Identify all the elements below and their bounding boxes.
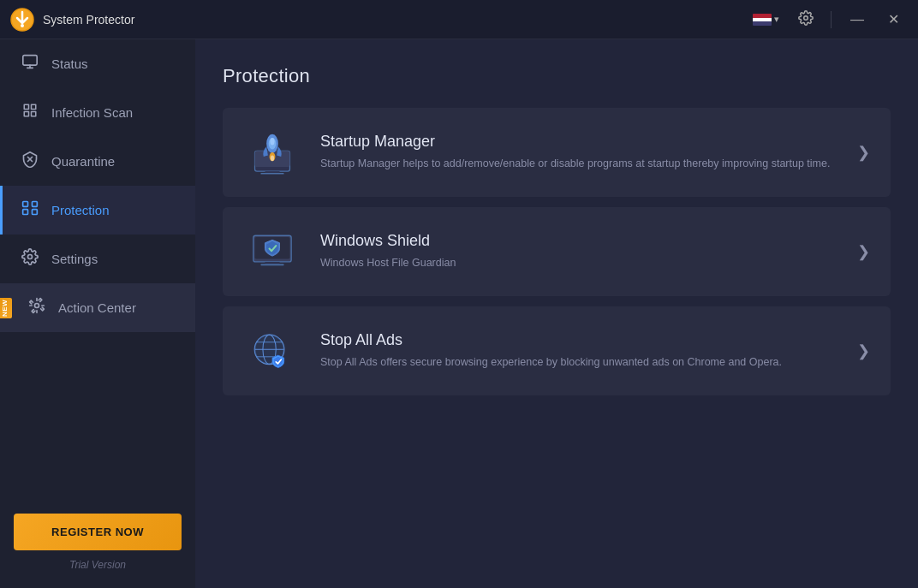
sidebar-label-settings: Settings — [51, 252, 98, 266]
stop-all-ads-icon-wrap — [243, 325, 301, 377]
svg-point-1 — [21, 24, 24, 27]
stop-all-ads-text: Stop All Ads Stop All Ads offers secure … — [320, 331, 838, 371]
windows-shield-text: Windows Shield Windows Host File Guardia… — [320, 232, 838, 271]
svg-rect-7 — [32, 104, 36, 109]
sidebar-item-infection-scan[interactable]: Infection Scan — [0, 88, 195, 137]
svg-rect-34 — [260, 264, 283, 266]
svg-rect-15 — [33, 210, 38, 215]
main-content: Protection — [195, 39, 918, 588]
trial-version-label: Trial Version — [69, 559, 126, 571]
windows-shield-title: Windows Shield — [320, 232, 838, 250]
minimize-button[interactable]: — — [842, 9, 873, 30]
sidebar-item-status[interactable]: Status — [0, 39, 195, 88]
svg-rect-14 — [23, 210, 28, 215]
svg-point-30 — [271, 155, 274, 161]
sidebar-label-action-center: Action Center — [58, 300, 136, 315]
app-logo — [10, 8, 34, 32]
monitor-icon — [21, 54, 39, 74]
sidebar-item-quarantine[interactable]: Quarantine — [0, 137, 195, 186]
quarantine-icon — [21, 151, 39, 172]
titlebar: System Protector ▾ — ✕ — [0, 0, 918, 39]
svg-point-17 — [35, 304, 39, 308]
startup-manager-arrow: ❯ — [857, 143, 870, 162]
svg-rect-9 — [32, 112, 36, 116]
sidebar-bottom: REGISTER NOW Trial Version — [0, 496, 195, 588]
svg-point-28 — [270, 138, 274, 146]
sidebar-item-action-center[interactable]: NEW Action Center — [0, 283, 195, 332]
sidebar-item-protection[interactable]: Protection — [0, 186, 195, 235]
stop-all-ads-title: Stop All Ads — [320, 331, 838, 349]
svg-point-2 — [804, 15, 808, 20]
protection-icon — [21, 199, 39, 221]
action-center-icon — [27, 297, 46, 318]
flag-dropdown-arrow: ▾ — [774, 14, 779, 25]
svg-rect-8 — [24, 112, 28, 116]
startup-manager-desc: Startup Manager helps to add/remove/enab… — [320, 156, 838, 172]
stop-all-ads-card[interactable]: Stop All Ads Stop All Ads offers secure … — [223, 306, 891, 395]
svg-rect-12 — [23, 202, 28, 207]
app-body: Status Infection Scan — [0, 39, 918, 588]
shield-monitor-icon — [247, 229, 297, 275]
svg-rect-3 — [23, 56, 37, 65]
settings-button[interactable] — [791, 7, 820, 33]
windows-shield-card[interactable]: Windows Shield Windows Host File Guardia… — [223, 207, 891, 296]
app-title: System Protector — [43, 13, 748, 27]
sidebar-item-settings[interactable]: Settings — [0, 235, 195, 283]
new-badge: NEW — [0, 297, 12, 318]
startup-manager-text: Startup Manager Startup Manager helps to… — [320, 133, 838, 172]
titlebar-controls: ▾ — ✕ — [748, 7, 908, 33]
flag-icon — [753, 14, 772, 26]
close-button[interactable]: ✕ — [879, 9, 908, 30]
windows-shield-arrow: ❯ — [857, 242, 870, 261]
stop-all-ads-arrow: ❯ — [857, 342, 870, 360]
startup-manager-title: Startup Manager — [320, 133, 838, 151]
settings-nav-icon — [21, 248, 39, 270]
sidebar-label-infection-scan: Infection Scan — [51, 105, 133, 120]
language-button[interactable]: ▾ — [748, 11, 784, 28]
stop-all-ads-desc: Stop All Ads offers secure browsing expe… — [320, 354, 838, 371]
titlebar-separator — [831, 11, 832, 28]
svg-point-16 — [28, 255, 33, 259]
startup-manager-icon-wrap — [243, 127, 301, 178]
register-button[interactable]: REGISTER NOW — [14, 514, 182, 550]
sidebar-label-protection: Protection — [51, 203, 110, 217]
sidebar-label-status: Status — [51, 56, 88, 71]
scan-icon — [21, 103, 39, 122]
rocket-icon — [247, 129, 297, 175]
svg-rect-25 — [260, 173, 283, 175]
svg-rect-13 — [33, 202, 38, 207]
windows-shield-desc: Windows Host File Guardian — [320, 255, 838, 271]
startup-manager-card[interactable]: Startup Manager Startup Manager helps to… — [223, 108, 891, 197]
page-title: Protection — [223, 65, 891, 87]
windows-shield-icon-wrap — [243, 226, 301, 277]
protection-card-list: Startup Manager Startup Manager helps to… — [223, 108, 891, 395]
sidebar: Status Infection Scan — [0, 39, 195, 588]
svg-rect-6 — [24, 104, 28, 109]
globe-shield-icon — [247, 328, 297, 374]
sidebar-label-quarantine: Quarantine — [51, 154, 115, 169]
